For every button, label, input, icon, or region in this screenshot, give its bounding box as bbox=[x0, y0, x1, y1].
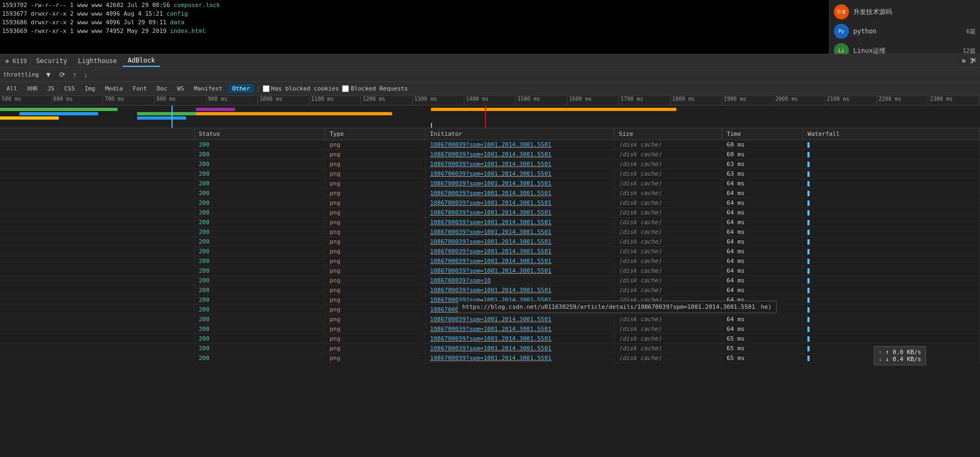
filter-tab-font[interactable]: Font bbox=[129, 84, 150, 93]
table-row[interactable]: 200png1086700039?spm=1001.2014.3001.5501… bbox=[0, 315, 980, 324]
cell-initiator-7[interactable]: 1086700039?spm=1001.2014.3001.5501 bbox=[426, 208, 614, 218]
cell-status-3: 200 bbox=[194, 169, 325, 179]
filter-tab-ws[interactable]: WS bbox=[174, 84, 187, 93]
cell-name-6 bbox=[0, 198, 194, 208]
cell-initiator-12[interactable]: 1086700039?spm=1001.2014.3001.5501 bbox=[426, 257, 614, 266]
filter-tab-js[interactable]: JS bbox=[44, 84, 58, 93]
cell-initiator-21[interactable]: 1086700039?spm=1001.2014.3001.5501 bbox=[426, 344, 614, 354]
table-row[interactable]: 200png1086700039?spm=1001.2014.3001.5501… bbox=[0, 208, 980, 218]
table-row[interactable]: 200png1086700039?spm=1001.2014.3001.5501… bbox=[0, 334, 980, 344]
cell-status-14: 200 bbox=[194, 276, 325, 286]
blocked-requests-checkbox[interactable] bbox=[342, 85, 349, 92]
cell-initiator-14[interactable]: 1086700039?spm=10 bbox=[426, 276, 614, 286]
col-header-status[interactable]: Status bbox=[194, 128, 325, 140]
table-row[interactable]: 200png1086700039?spm=1001.2014.3001.5501… bbox=[0, 140, 980, 150]
cell-initiator-19[interactable]: 1086700039?spm=1001.2014.3001.5501 bbox=[426, 324, 614, 334]
cell-initiator-18[interactable]: 1086700039?spm=1001.2014.3001.5501 bbox=[426, 315, 614, 324]
table-row[interactable]: 200png1086700039?spm=1001.2014.3001.5501… bbox=[0, 344, 980, 354]
tab-adblock[interactable]: AdBlock bbox=[122, 55, 161, 67]
throttling-dropdown-btn[interactable]: ▼ bbox=[43, 70, 53, 80]
devtools-close-button[interactable]: ✕ bbox=[968, 54, 980, 66]
tab-lighthouse[interactable]: Lighthouse bbox=[73, 56, 122, 66]
filter-tab-img[interactable]: Img bbox=[81, 84, 99, 93]
has-blocked-cookies-label[interactable]: Has blocked cookies bbox=[263, 85, 339, 92]
download-btn[interactable]: ↓ bbox=[83, 70, 90, 80]
table-row[interactable]: 200png1086700039?spm=1001.2014.3001.5501… bbox=[0, 218, 980, 227]
cell-initiator-10[interactable]: 1086700039?spm=1001.2014.3001.5501 bbox=[426, 237, 614, 247]
cell-initiator-22[interactable]: 1086700039?spm=1001.2014.3001.5501 bbox=[426, 354, 614, 363]
col-header-initiator[interactable]: Initiator bbox=[426, 128, 614, 140]
table-row[interactable]: 200png1086700039?spm=1001.2014.3001.5501… bbox=[0, 150, 980, 160]
cell-initiator-8[interactable]: 1086700039?spm=1001.2014.3001.5501 bbox=[426, 218, 614, 227]
cell-name-20 bbox=[0, 334, 194, 344]
table-row[interactable]: 200png1086700039?spm=1001.2014.3001.5501… bbox=[0, 237, 980, 247]
upload-btn[interactable]: ↑ bbox=[71, 70, 78, 80]
col-header-size[interactable]: Size bbox=[614, 128, 722, 140]
cell-initiator-3[interactable]: 1086700039?spm=1001.2014.3001.5501 bbox=[426, 169, 614, 179]
cell-initiator-1[interactable]: 1086700039?spm=1001.2014.3001.5501 bbox=[426, 150, 614, 160]
tick-1300: 1300 ms bbox=[413, 96, 464, 105]
col-header-type[interactable]: Type bbox=[325, 128, 426, 140]
table-row[interactable]: 200png1086700039?spm=1001.2014.3001.5501… bbox=[0, 227, 980, 237]
filter-tab-media[interactable]: Media bbox=[102, 84, 126, 93]
cell-initiator-13[interactable]: 1086700039?spm=1001.2014.3001.5501 bbox=[426, 266, 614, 276]
tick-1200: 1200 ms bbox=[361, 96, 413, 105]
cell-waterfall-19 bbox=[803, 324, 980, 334]
cell-size-19: (disk cache) bbox=[614, 324, 722, 334]
cell-size-18: (disk cache) bbox=[614, 315, 722, 324]
table-row[interactable]: 200png1086700039?spm=1001.2014.3001.5501… bbox=[0, 266, 980, 276]
cell-initiator-4[interactable]: 1086700039?spm=1001.2014.3001.5501 bbox=[426, 179, 614, 189]
refresh-btn[interactable]: ⟳ bbox=[58, 70, 67, 80]
cell-initiator-15[interactable]: 1086700039?spm=1001.2014.3001.5501 bbox=[426, 286, 614, 295]
cell-initiator-0[interactable]: 1086700039?spm=1001.2014.3001.5501 bbox=[426, 140, 614, 150]
cell-size-8: (disk cache) bbox=[614, 218, 722, 227]
table-row[interactable]: 200png1086700039?spm=1001.2014.3001.5501… bbox=[0, 247, 980, 257]
filter-tab-all[interactable]: All bbox=[3, 84, 20, 93]
cell-size-7: (disk cache) bbox=[614, 208, 722, 218]
top-section: 1593702 -rw-r--r-- 1 www www 42602 Jul 2… bbox=[0, 0, 980, 54]
sidebar-item-dev[interactable]: 升发 升发技术源码 bbox=[830, 2, 980, 22]
filter-tab-xhr[interactable]: XHR bbox=[24, 84, 41, 93]
table-row[interactable]: 200png1086700039?spm=1001.2014.3001.5501… bbox=[0, 160, 980, 169]
filter-tab-other[interactable]: Other bbox=[229, 84, 253, 93]
table-row[interactable]: 200png1086700039?spm=1001.2014.3001.5501… bbox=[0, 198, 980, 208]
cell-initiator-5[interactable]: 1086700039?spm=1001.2014.3001.5501 bbox=[426, 189, 614, 198]
table-row[interactable]: 200png1086700039?spm=10(disk cache)64 ms bbox=[0, 276, 980, 286]
table-row[interactable]: 200png1086700039?spm=1001.2014.3001.5501… bbox=[0, 189, 980, 198]
network-table-wrap[interactable]: Status Type Initiator Size Time Waterfal… bbox=[0, 128, 980, 457]
cell-initiator-6[interactable]: 1086700039?spm=1001.2014.3001.5501 bbox=[426, 198, 614, 208]
table-row[interactable]: 200png1086700039?spm=1001.2014.3001.5501… bbox=[0, 257, 980, 266]
cell-initiator-9[interactable]: 1086700039?spm=1001.2014.3001.5501 bbox=[426, 227, 614, 237]
table-row[interactable]: 200png1086700039?spm=1001.2014.3001.5501… bbox=[0, 354, 980, 363]
filter-tab-doc[interactable]: Doc bbox=[153, 84, 170, 93]
cell-initiator-20[interactable]: 1086700039?spm=1001.2014.3001.5501 bbox=[426, 334, 614, 344]
col-header-time[interactable]: Time bbox=[722, 128, 803, 140]
table-row[interactable]: 200png1086700039?spm=1001.2014.3001.5501… bbox=[0, 179, 980, 189]
table-row[interactable]: 200png1086700039?spm=1001.2014.3001.5501… bbox=[0, 324, 980, 334]
cell-waterfall-5 bbox=[803, 189, 980, 198]
has-blocked-cookies-checkbox[interactable] bbox=[263, 85, 270, 92]
cell-initiator-11[interactable]: 1086700039?spm=1001.2014.3001.5501 bbox=[426, 247, 614, 257]
sidebar-count-python: 6篇 bbox=[966, 27, 976, 36]
cell-type-3: png bbox=[325, 169, 426, 179]
filter-tab-manifest[interactable]: Manifest bbox=[191, 84, 226, 93]
cell-time-11: 64 ms bbox=[722, 247, 803, 257]
tick-600: 600 ms bbox=[52, 96, 104, 105]
tick-2200: 2200 ms bbox=[877, 96, 929, 105]
col-header-waterfall[interactable]: Waterfall bbox=[803, 128, 980, 140]
blocked-requests-label[interactable]: Blocked Requests bbox=[342, 85, 408, 92]
cell-name-16 bbox=[0, 295, 194, 305]
timeline-redline bbox=[485, 106, 486, 128]
table-row[interactable]: 200png1086700039?spm=1001.2014.3001.5501… bbox=[0, 169, 980, 179]
cell-waterfall-7 bbox=[803, 208, 980, 218]
cell-size-22: (disk cache) bbox=[614, 354, 722, 363]
tab-security[interactable]: Security bbox=[31, 56, 73, 66]
cell-initiator-2[interactable]: 1086700039?spm=1001.2014.3001.5501 bbox=[426, 160, 614, 169]
cell-name-19 bbox=[0, 324, 194, 334]
sidebar-item-python[interactable]: Py python 6篇 bbox=[830, 22, 980, 41]
filter-tab-css[interactable]: CSS bbox=[61, 84, 78, 93]
cell-status-6: 200 bbox=[194, 198, 325, 208]
table-row[interactable]: 200png1086700039?spm=1001.2014.3001.5501… bbox=[0, 286, 980, 295]
cell-size-6: (disk cache) bbox=[614, 198, 722, 208]
cell-status-22: 200 bbox=[194, 354, 325, 363]
